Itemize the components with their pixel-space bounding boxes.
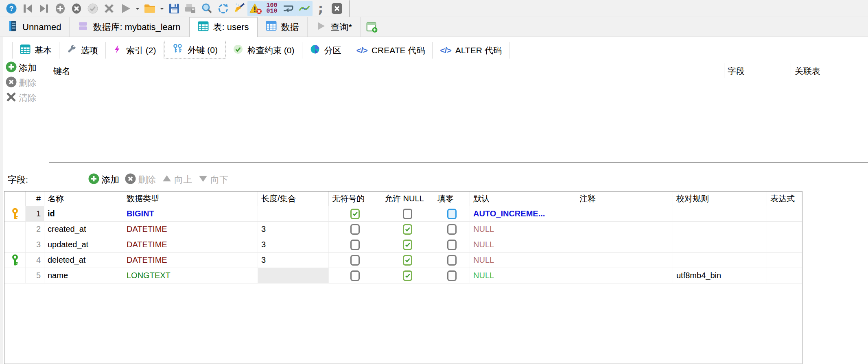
cancel-icon[interactable] (101, 1, 117, 16)
checkbox-cell[interactable] (329, 237, 381, 252)
allow-null-checkbox[interactable] (403, 270, 412, 281)
field-name-cell[interactable]: created_at (44, 222, 123, 237)
zerofill-checkbox[interactable] (447, 209, 457, 219)
tab-options[interactable]: 选项 (59, 42, 106, 59)
tab-database-mybatis-learn[interactable]: 数据库: mybatis_learn (70, 17, 189, 37)
help-icon[interactable]: ? (3, 1, 20, 16)
field-length-cell[interactable] (258, 206, 329, 221)
table-row[interactable]: 1idBIGINTAUTO_INCREME... (4, 206, 802, 222)
unsigned-checkbox[interactable] (350, 224, 360, 235)
column-divider[interactable] (791, 63, 791, 78)
field-expression-cell[interactable] (767, 206, 802, 221)
zerofill-checkbox[interactable] (447, 224, 457, 235)
tab-query[interactable]: 查询* (308, 17, 361, 37)
row-key-cell[interactable] (4, 237, 26, 252)
field-default-cell[interactable]: NULL (470, 237, 576, 252)
checkbox-cell[interactable] (381, 222, 434, 237)
row-number-cell[interactable]: 5 (26, 268, 44, 283)
first-record-icon[interactable] (20, 1, 36, 16)
field-comment-cell[interactable] (576, 237, 673, 252)
field-comment-cell[interactable] (576, 268, 673, 283)
field-collation-cell[interactable] (673, 222, 767, 237)
checkbox-cell[interactable] (434, 206, 470, 221)
field-collation-cell[interactable] (673, 206, 767, 221)
field-move-down-button[interactable]: 向下 (198, 174, 228, 186)
row-number-cell[interactable]: 4 (26, 253, 44, 268)
table-row[interactable]: 4deleted_atDATETIME3NULL (4, 253, 802, 268)
delete-record-icon[interactable] (68, 1, 85, 16)
field-type-cell[interactable]: DATETIME (123, 237, 258, 252)
row-icon-column-header[interactable] (4, 192, 26, 206)
checkbox-cell[interactable] (381, 206, 434, 221)
allow-null-checkbox[interactable] (403, 224, 412, 235)
column-divider[interactable] (724, 63, 724, 78)
chain-toggle-icon[interactable] (296, 1, 313, 16)
checkbox-cell[interactable] (434, 222, 470, 237)
zerofill-checkbox[interactable] (447, 240, 457, 250)
last-record-icon[interactable] (36, 1, 52, 16)
field-type-cell[interactable]: DATETIME (123, 253, 258, 268)
checkbox-cell[interactable] (381, 253, 434, 268)
close-window-icon[interactable] (329, 1, 345, 16)
field-default-cell[interactable]: NULL (470, 268, 576, 283)
add-record-icon[interactable] (52, 1, 68, 16)
tab-foreign-keys[interactable]: 外键 (0) (164, 40, 226, 59)
field-collation-cell[interactable] (673, 253, 767, 268)
field-name-cell[interactable]: id (44, 206, 123, 221)
tab-indexes[interactable]: 索引 (2) (106, 42, 164, 59)
field-length-cell[interactable]: 3 (258, 237, 329, 252)
field-comment-cell[interactable] (576, 206, 673, 221)
tab-unnamed-session[interactable]: Unnamed (0, 17, 70, 37)
checkbox-cell[interactable] (329, 222, 381, 237)
field-default-cell[interactable]: NULL (470, 222, 576, 237)
tab-basic[interactable]: 基本 (12, 42, 59, 59)
field-default-cell[interactable]: AUTO_INCREME... (470, 206, 576, 221)
field-default-cell[interactable]: NULL (470, 253, 576, 268)
binary-toggle-icon[interactable]: 100010 (264, 1, 280, 16)
field-add-button[interactable]: 添加 (88, 174, 119, 186)
checkbox-cell[interactable] (381, 237, 434, 252)
semicolon-icon[interactable]: ; (313, 1, 329, 16)
field-type-cell[interactable]: LONGTEXT (123, 268, 258, 283)
checkbox-cell[interactable] (434, 253, 470, 268)
column-header[interactable]: 校对规则 (673, 192, 767, 206)
field-expression-cell[interactable] (767, 222, 802, 237)
column-header[interactable]: 名称 (44, 192, 123, 206)
column-header[interactable]: 允许 NULL (381, 192, 434, 206)
row-number-cell[interactable]: 1 (26, 206, 44, 221)
save-icon[interactable] (166, 1, 182, 16)
tab-partitions[interactable]: 分区 (302, 42, 349, 59)
checkbox-cell[interactable] (434, 268, 470, 283)
new-query-tab-icon[interactable] (361, 17, 383, 37)
table-row[interactable]: 5nameLONGTEXTNULLutf8mb4_bin (4, 268, 802, 283)
column-header[interactable]: 无符号的 (329, 192, 381, 206)
column-header[interactable]: 长度/集合 (258, 192, 329, 206)
folder-dropdown-icon[interactable] (158, 1, 166, 16)
field-length-cell[interactable]: 3 (258, 253, 329, 268)
field-move-up-button[interactable]: 向上 (162, 174, 192, 186)
field-delete-button[interactable]: 删除 (125, 174, 156, 186)
field-length-cell[interactable] (258, 268, 329, 283)
field-name-cell[interactable]: updated_at (44, 237, 123, 252)
clean-icon[interactable] (231, 1, 247, 16)
fk-add-button[interactable]: 添加 (6, 62, 37, 74)
run-dropdown-icon[interactable] (133, 1, 142, 16)
field-name-cell[interactable]: deleted_at (44, 253, 123, 268)
field-name-cell[interactable]: name (44, 268, 123, 283)
row-number-cell[interactable]: 3 (26, 237, 44, 252)
search-icon[interactable] (199, 1, 215, 16)
allow-null-checkbox[interactable] (403, 255, 412, 266)
field-type-cell[interactable]: DATETIME (123, 222, 258, 237)
zerofill-checkbox[interactable] (447, 270, 457, 281)
field-collation-cell[interactable] (673, 237, 767, 252)
fields-table[interactable]: #名称数据类型长度/集合无符号的允许 NULL填零默认注释校对规则表达式 1id… (4, 191, 802, 364)
warning-toggle-icon[interactable] (247, 1, 264, 16)
field-expression-cell[interactable] (767, 268, 802, 283)
post-icon[interactable] (85, 1, 101, 16)
allow-null-checkbox[interactable] (403, 240, 412, 250)
fk-delete-button[interactable]: 删除 (6, 77, 37, 89)
open-folder-icon[interactable] (142, 1, 158, 16)
unsigned-checkbox[interactable] (350, 255, 360, 266)
field-expression-cell[interactable] (767, 253, 802, 268)
tab-check-constraints[interactable]: 检查约束 (0) (225, 42, 302, 59)
